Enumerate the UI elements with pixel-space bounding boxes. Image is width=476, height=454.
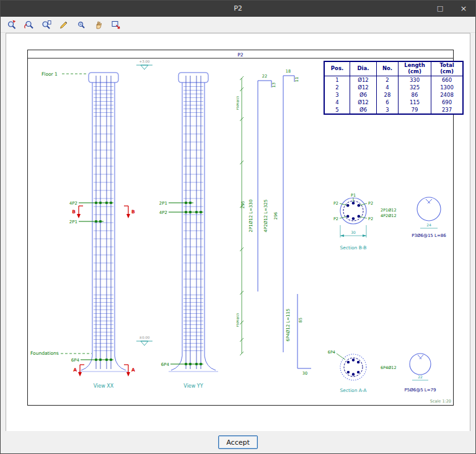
section-b-left-label: B xyxy=(72,209,76,215)
view-yy-caption: View YY xyxy=(183,383,203,389)
p4-foot-dim: 30 xyxy=(302,371,307,376)
p4-bar-label: 6P4Ø12 L=115 xyxy=(286,309,291,342)
section-a-right-label: A xyxy=(131,367,135,373)
bb-dim: 30 xyxy=(351,230,356,234)
label-6p4-xx: 6P4 xyxy=(71,358,80,363)
zoom-previous-button[interactable] xyxy=(39,18,53,32)
view-yy: 2P1 4P2 6P4 View YY xyxy=(159,73,218,389)
aa-note: 6P4Ø12 xyxy=(381,365,397,370)
schedule-row: 2 Ø12 4 325 1300 xyxy=(324,84,463,91)
label-4p2-xx: 4P2 xyxy=(69,201,77,206)
col-total: Total(cm) xyxy=(431,61,464,76)
redraw-icon xyxy=(59,20,69,30)
col-pos: Pos. xyxy=(324,61,350,76)
stirrup-p5-detail: 22 P5Ø6@5 L=79 xyxy=(405,354,436,393)
view-xx: 4P2 2P1 6P4 B B xyxy=(30,71,135,389)
label-4p2-yy: 4P2 xyxy=(159,210,167,215)
p2-leg-dim: 11 xyxy=(294,77,299,82)
window-title: P2 xyxy=(1,1,475,17)
aa-6p4-label: 6P4 xyxy=(328,350,335,355)
section-bb-caption: Section B-B xyxy=(340,245,367,251)
bb-note1: 2P1Ø12 xyxy=(381,208,397,213)
dialog-window: P2 □ × P2 xyxy=(0,0,476,454)
p5-dim: 22 xyxy=(418,375,423,379)
p4-straight-dim: 85 xyxy=(298,318,303,323)
stirrup-zone-top: P3Ø6@15 xyxy=(236,96,239,110)
section-bb: P1 P2 P2 P2 P2 2P1Ø12 4P2Ø12 30 Section … xyxy=(333,193,397,251)
snapshot-icon xyxy=(111,20,121,30)
foundations-label: Foundations xyxy=(30,350,59,356)
schedule-row: 5 Ø6 3 79 237 xyxy=(324,106,463,114)
section-aa-caption: Section A-A xyxy=(340,388,368,393)
zoom-realtime-button[interactable] xyxy=(74,18,88,32)
sheet-title: P2 xyxy=(237,52,244,58)
col-length: Length(cm) xyxy=(399,61,431,76)
pan-button[interactable] xyxy=(91,18,105,32)
snapshot-button[interactable] xyxy=(109,18,123,32)
level-marker-top: +3.00 xyxy=(136,60,152,69)
bb-note2: 4P2Ø12 xyxy=(381,213,397,218)
zoom-window-icon xyxy=(7,20,17,30)
accept-button[interactable]: Accept xyxy=(218,435,258,449)
p1-hook-dim: 22 xyxy=(262,74,267,79)
schedule-header-row: Pos. Dia. No. Length(cm) Total(cm) xyxy=(324,61,463,76)
level-marker-bottom: ±0.00 xyxy=(136,336,152,345)
p1-straight-dim: 295 xyxy=(240,201,245,208)
section-b-right-label: B xyxy=(131,209,135,215)
floor-label: Floor 1 xyxy=(42,71,58,77)
section-a-left-label: A xyxy=(73,367,77,373)
zoom-previous-icon xyxy=(42,20,51,30)
p3-caption: P3Ø6@15 L=86 xyxy=(412,233,446,238)
titlebar[interactable]: P2 □ × xyxy=(1,1,475,17)
bb-p2-lr: P2 xyxy=(368,216,373,221)
p2-bar-label: 4P2Ø12 L=325 xyxy=(263,200,268,233)
p5-caption: P5Ø6@5 L=79 xyxy=(405,388,436,393)
label-6p4-yy: 6P4 xyxy=(161,362,170,367)
label-2p1-xx: 2P1 xyxy=(69,220,77,225)
level-bottom-value: ±0.00 xyxy=(139,336,150,339)
maximize-button[interactable]: □ xyxy=(428,1,452,17)
bb-p2-ul: P2 xyxy=(333,201,338,206)
schedule-row: 1 Ø12 2 330 660 xyxy=(324,76,463,84)
label-2p1-yy: 2P1 xyxy=(159,201,167,206)
section-aa-bars xyxy=(347,358,360,375)
bb-p1-label: P1 xyxy=(351,193,356,198)
redraw-button[interactable] xyxy=(56,18,71,32)
rebar-schedule: Pos. Dia. No. Length(cm) Total(cm) 1 Ø12… xyxy=(324,61,464,115)
bb-p2-ll: P2 xyxy=(333,216,338,221)
bar-shapes: P3Ø6@15 P3Ø6@15 22 13 2P1Ø12 L=330 295 1… xyxy=(236,69,311,376)
bottom-bar: Accept xyxy=(1,431,475,453)
drawing-area[interactable]: P2 Scale 1:20 xyxy=(6,33,470,432)
zoom-window-button[interactable] xyxy=(4,18,19,32)
section-bb-bars xyxy=(346,202,360,220)
pan-hand-icon xyxy=(94,20,104,30)
close-button[interactable]: × xyxy=(452,1,475,17)
col-no: No. xyxy=(377,61,399,76)
schedule-row: 4 Ø12 6 115 690 xyxy=(324,99,463,106)
zoom-realtime-icon xyxy=(76,20,86,30)
p1-bar-label: 2P1Ø12 L=330 xyxy=(249,200,253,233)
scale-note: Scale 1:20 xyxy=(430,399,451,404)
p3-dim: 24 xyxy=(426,223,431,227)
col-dia: Dia. xyxy=(350,61,377,76)
level-top-value: +3.00 xyxy=(139,60,150,63)
bb-p2-ur: P2 xyxy=(368,201,373,206)
zoom-extents-button[interactable] xyxy=(22,18,36,32)
stirrup-zone-bottom: P3Ø6@15 xyxy=(236,313,239,327)
p2-straight-dim: 296 xyxy=(273,212,278,220)
p1-leg-dim: 13 xyxy=(271,82,276,87)
schedule-body: 1 Ø12 2 330 660 2 Ø12 4 325 1300 3 Ø6 28… xyxy=(324,76,463,114)
schedule-row: 3 Ø6 28 86 2408 xyxy=(324,91,463,99)
zoom-extents-icon xyxy=(24,20,34,30)
section-mark-a: A A xyxy=(73,365,135,376)
view-xx-caption: View XX xyxy=(94,383,114,389)
p2-hook-dim: 18 xyxy=(286,69,291,74)
section-aa: 6P4 6P4Ø12 Section A-A xyxy=(328,350,397,393)
stirrup-p3-detail: 24 P3Ø6@15 L=86 xyxy=(412,197,446,238)
toolbar xyxy=(1,17,475,33)
